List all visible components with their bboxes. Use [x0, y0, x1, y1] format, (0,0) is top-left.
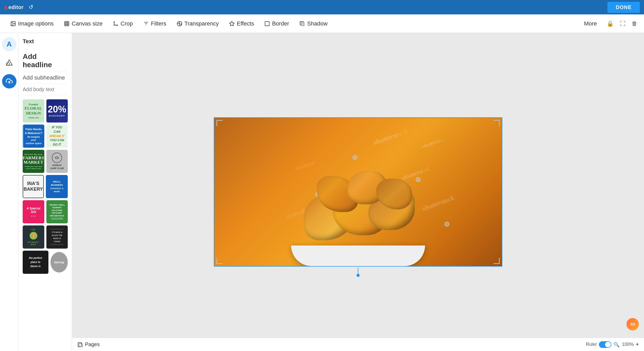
- transparency-icon: [177, 21, 182, 27]
- canvas-size-icon: [64, 21, 70, 27]
- transparency-label: Transparency: [184, 20, 219, 27]
- crop-icon: [113, 21, 118, 27]
- shutterstock-button[interactable]: SS: [626, 318, 639, 330]
- template-floral[interactable]: Example FLORAL DESIGN website.com: [23, 99, 44, 122]
- filters-button[interactable]: Filters: [138, 18, 172, 29]
- image-options-label: Image options: [18, 20, 54, 27]
- template-inas[interactable]: INA'SBAKERY: [23, 175, 44, 198]
- template-row-1: Example FLORAL DESIGN website.com 20% DI…: [23, 99, 68, 122]
- text-panel-title: Text: [23, 38, 68, 45]
- trash-button[interactable]: 🗑: [630, 19, 639, 29]
- ruler-control: Ruler 🔍 100% +: [586, 341, 639, 348]
- template-farmers-title: FARMERSMARKET: [23, 156, 44, 164]
- crop-button[interactable]: Crop: [108, 18, 138, 29]
- transparency-button[interactable]: Transparency: [172, 18, 224, 29]
- template-farmers[interactable]: Eat Fresh. Buy local. FARMERSMARKET Wedn…: [23, 150, 44, 173]
- text-panel: Text Add headline Add subheadline Add bo…: [19, 33, 72, 351]
- more-label: More: [584, 20, 597, 27]
- template-street-art-la: LA: [32, 228, 35, 231]
- pages-button[interactable]: Pages: [77, 341, 100, 347]
- shadow-label: Shadow: [307, 20, 328, 27]
- done-button[interactable]: DONE: [607, 2, 640, 13]
- ruler-toggle[interactable]: [599, 341, 611, 348]
- template-circular[interactable]: dancing: [50, 252, 68, 273]
- template-row-5: A Special Gift ● ● ● THE BEST SMALL BUSI…: [23, 200, 68, 223]
- more-button[interactable]: More: [579, 18, 602, 29]
- effects-label: Effects: [237, 20, 254, 27]
- fullscreen-button[interactable]: ⛶: [618, 19, 627, 29]
- corner-handle-tl: [216, 120, 223, 126]
- upload-tool-icon[interactable]: [2, 74, 16, 89]
- svg-point-1: [12, 22, 13, 23]
- add-body-option[interactable]: Add body text: [23, 84, 68, 95]
- template-sunday-circle: [52, 153, 62, 163]
- filters-icon: [143, 21, 149, 27]
- template-special-text: A Special Gift: [24, 207, 43, 214]
- template-perfect-text: the perfect place to dance is: [29, 256, 42, 268]
- shadow-button[interactable]: Shadow: [294, 18, 333, 29]
- template-sunday[interactable]: SUNDAYSURF CLUB: [46, 150, 68, 173]
- chicken-bowl-container: [270, 158, 446, 266]
- watermark-1: shutterstock: [372, 127, 409, 147]
- pages-icon: [77, 342, 83, 347]
- svg-rect-2: [65, 21, 69, 26]
- template-dark-lines-text: ────────── IT'S BACK & BLACK THE NIGHT I…: [51, 228, 64, 246]
- effects-button[interactable]: Effects: [224, 18, 259, 29]
- template-street-art[interactable]: LA 🎨 STREET ART: [23, 225, 44, 249]
- template-small-biz[interactable]: SMALL BUSINESS STRATEGY & MORE: [46, 175, 68, 198]
- zoom-in-button[interactable]: +: [636, 341, 639, 347]
- canvas-size-label: Canvas size: [72, 20, 103, 27]
- template-20pct[interactable]: 20% DISCOUNT: [46, 99, 68, 122]
- image-options-icon: [10, 21, 16, 27]
- bottom-bar: Pages Ruler 🔍 100% +: [72, 338, 644, 351]
- template-dream[interactable]: IF YOU CAN DREAM IT YOU CAN DO IT: [46, 125, 68, 148]
- template-perfect[interactable]: the perfect place to dance is: [23, 251, 48, 274]
- border-button[interactable]: Border: [259, 18, 294, 29]
- corner-handle-br: [494, 258, 500, 264]
- template-special[interactable]: A Special Gift ● ● ●: [23, 200, 44, 223]
- ruler-label: Ruler: [586, 342, 597, 347]
- crop-label: Crop: [121, 20, 133, 27]
- template-floral-text: Example FLORAL DESIGN website.com: [24, 103, 42, 119]
- template-20pct-content: 20% DISCOUNT: [48, 105, 66, 117]
- template-row-6: LA 🎨 STREET ART ────────── IT'S BACK & B…: [23, 225, 68, 249]
- template-patio[interactable]: Patio Needs A Makeover? Re-imagine your …: [23, 125, 44, 148]
- undo-button[interactable]: ↺: [27, 3, 35, 12]
- image-options-button[interactable]: Image options: [5, 18, 59, 29]
- svg-marker-11: [230, 21, 234, 25]
- pages-label: Pages: [85, 341, 100, 347]
- corner-handle-tr: [494, 120, 500, 126]
- zoom-label: 100%: [622, 342, 634, 347]
- border-icon: [264, 21, 270, 27]
- sidebar-icons: A: [0, 33, 19, 351]
- logo-icon: s: [4, 4, 7, 11]
- template-best-small[interactable]: THE BEST SMALL BUSINESS SOLUTIONS FOR EV…: [46, 200, 68, 223]
- template-grid-container: Example FLORAL DESIGN website.com 20% DI…: [23, 99, 68, 274]
- canvas-area: shutterstock shutterst.ok shutterstock s…: [72, 33, 644, 351]
- add-headline-option[interactable]: Add headline: [23, 50, 68, 72]
- app-logo: s editor: [4, 4, 23, 11]
- text-tool-icon[interactable]: A: [2, 37, 16, 51]
- shapes-tool-icon[interactable]: [2, 56, 16, 70]
- shutterstock-button-container: SS: [626, 318, 639, 330]
- shutterstock-button-icon: SS: [630, 322, 635, 326]
- canvas-image[interactable]: shutterstock shutterst.ok shutterstock s…: [214, 117, 502, 267]
- template-street-art-label: STREET ART: [25, 241, 42, 246]
- svg-rect-18: [78, 342, 81, 347]
- chicken-pieces: [296, 163, 420, 256]
- canvas-bottom-indicator: [357, 268, 360, 277]
- lock-button[interactable]: 🔒: [605, 19, 615, 29]
- template-patio-text: Patio Needs A Makeover? Re-imagine your …: [24, 127, 43, 145]
- canvas-size-button[interactable]: Canvas size: [59, 18, 108, 29]
- zoom-out-button[interactable]: 🔍: [613, 341, 620, 348]
- svg-rect-14: [301, 22, 304, 26]
- template-dark-lines[interactable]: ────────── IT'S BACK & BLACK THE NIGHT I…: [46, 225, 68, 249]
- canvas-bottom-line: [358, 268, 358, 274]
- add-subheadline-option[interactable]: Add subheadline: [23, 72, 68, 84]
- template-small-biz-text: SMALL BUSINESS STRATEGY & MORE: [47, 180, 66, 193]
- template-row-7: the perfect place to dance is dancing: [23, 251, 68, 274]
- template-farmers-sub: Wednesdays 4pm-6pm at the Village Green: [24, 165, 43, 170]
- template-special-sub: ● ● ●: [31, 215, 36, 217]
- template-circular-text: dancing: [54, 261, 64, 264]
- main-area: A Text Add headline Add subheadline Add …: [0, 33, 644, 351]
